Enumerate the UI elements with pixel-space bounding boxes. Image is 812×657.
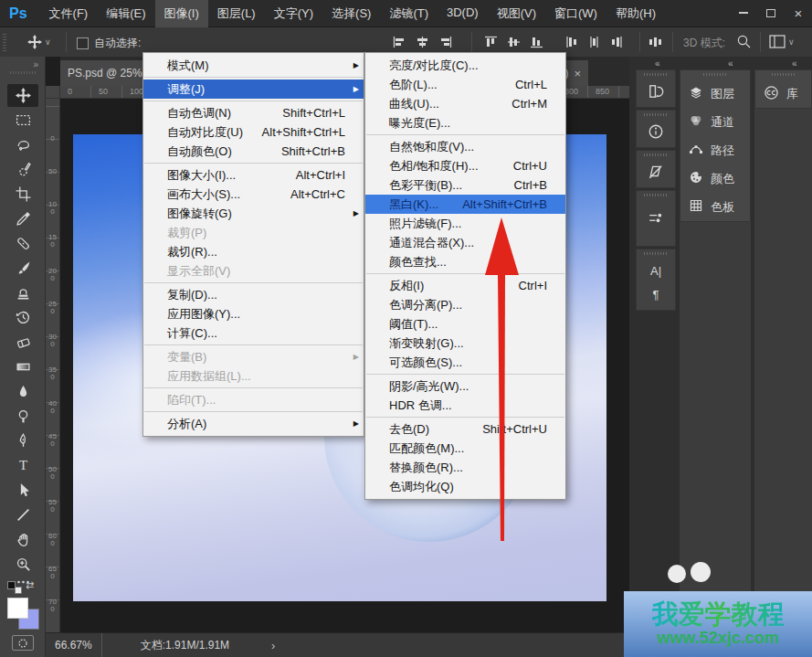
- swap-colors-icon[interactable]: ⇄: [26, 579, 34, 591]
- menu-item[interactable]: 曲线(U)... Ctrl+M: [365, 94, 565, 113]
- menu-item[interactable]: 图像旋转(G) ▶: [143, 204, 364, 223]
- menu-item[interactable]: 替换颜色(R)...: [365, 458, 565, 477]
- menu-item[interactable]: 裁剪(P): [143, 223, 364, 242]
- collapse-panels-icon[interactable]: «: [728, 58, 733, 69]
- align-vertical-centers-icon[interactable]: [507, 36, 521, 48]
- move-tool[interactable]: [7, 84, 38, 107]
- menu-item[interactable]: 去色(D) Shift+Ctrl+U: [365, 419, 565, 439]
- menu-item[interactable]: 阴影/高光(W)...: [365, 376, 565, 396]
- menubar-item[interactable]: 文件(F): [40, 0, 98, 27]
- brush-tool[interactable]: [7, 257, 38, 280]
- menu-item[interactable]: 模式(M) ▶: [143, 56, 364, 75]
- menu-item[interactable]: 色阶(L)... Ctrl+L: [365, 75, 565, 94]
- line-tool[interactable]: [7, 503, 38, 526]
- eyedropper-tool[interactable]: [7, 207, 38, 230]
- menu-item[interactable]: 色彩平衡(B)... Ctrl+B: [365, 175, 565, 195]
- menu-item[interactable]: [144, 163, 363, 164]
- menu-item[interactable]: [144, 411, 363, 412]
- menu-item[interactable]: [144, 344, 363, 345]
- menu-item[interactable]: 应用图像(Y)...: [143, 304, 364, 323]
- menu-item[interactable]: 通道混合器(X)...: [365, 233, 565, 252]
- menubar-item[interactable]: 编辑(E): [97, 0, 154, 27]
- hand-tool[interactable]: [7, 528, 38, 551]
- menu-item[interactable]: 自动色调(N) Shift+Ctrl+L: [143, 103, 364, 122]
- distribute-right-icon[interactable]: [610, 36, 624, 48]
- menu-item[interactable]: 显示全部(V): [143, 261, 364, 281]
- menu-item[interactable]: 画布大小(S)... Alt+Ctrl+C: [143, 185, 364, 204]
- align-horizontal-centers-icon[interactable]: [416, 36, 429, 48]
- zoom-tool[interactable]: [7, 553, 38, 576]
- distribute-spacing-icon[interactable]: [649, 36, 663, 48]
- menu-item[interactable]: 裁切(R)...: [143, 242, 364, 261]
- dodge-tool[interactable]: [7, 405, 38, 428]
- swatches-panel-button[interactable]: 色板: [680, 193, 750, 221]
- color-panel-button[interactable]: 颜色: [680, 164, 750, 193]
- menu-item[interactable]: [366, 134, 564, 135]
- character-panel-button[interactable]: A|: [637, 259, 675, 282]
- workspace-switcher[interactable]: ∨: [769, 35, 795, 48]
- tab-close-icon[interactable]: ×: [574, 67, 581, 80]
- expand-panel-icon[interactable]: »: [33, 59, 37, 69]
- align-top-edges-icon[interactable]: [484, 36, 498, 48]
- menu-item[interactable]: [144, 101, 363, 101]
- rectangular-marquee-tool[interactable]: [7, 109, 38, 132]
- maximize-button[interactable]: [757, 0, 785, 26]
- clone-stamp-tool[interactable]: [7, 281, 38, 304]
- collapse-panels-icon[interactable]: «: [655, 58, 660, 69]
- menu-item[interactable]: 自然饱和度(V)...: [365, 137, 565, 156]
- menu-item[interactable]: 照片滤镜(F)...: [365, 214, 565, 233]
- auto-select-option[interactable]: 自动选择:: [77, 36, 141, 51]
- auto-select-checkbox[interactable]: [77, 37, 89, 49]
- search-icon[interactable]: [736, 34, 752, 49]
- menu-item[interactable]: 应用数据组(L)...: [143, 366, 364, 386]
- paths-panel-button[interactable]: 路径: [680, 136, 750, 164]
- pen-tool[interactable]: [7, 429, 38, 452]
- status-chevron-icon[interactable]: ›: [271, 639, 275, 652]
- menubar-item[interactable]: 选择(S): [322, 0, 380, 27]
- menu-item[interactable]: 渐变映射(G)...: [365, 334, 565, 353]
- zoom-level-field[interactable]: 66.67%: [46, 633, 102, 657]
- distribute-left-icon[interactable]: [564, 36, 578, 48]
- menu-item[interactable]: 匹配颜色(M)...: [365, 439, 565, 458]
- minimize-button[interactable]: [730, 0, 757, 26]
- distribute-center-icon[interactable]: [587, 36, 601, 48]
- align-left-edges-icon[interactable]: [393, 36, 406, 48]
- layers-panel-button[interactable]: 图层: [680, 79, 750, 108]
- menu-item[interactable]: 黑白(K)... Alt+Shift+Ctrl+B: [365, 195, 565, 214]
- collapse-panels-icon[interactable]: «: [792, 58, 797, 69]
- menu-item[interactable]: [366, 374, 564, 375]
- crop-tool[interactable]: [7, 183, 38, 206]
- lasso-tool[interactable]: [7, 133, 38, 156]
- menu-item[interactable]: [144, 282, 363, 283]
- quick-selection-tool[interactable]: [7, 158, 38, 181]
- menubar-item[interactable]: 视图(V): [488, 0, 545, 27]
- gradient-tool[interactable]: [7, 355, 38, 378]
- menu-item[interactable]: 反相(I) Ctrl+I: [365, 276, 565, 295]
- menubar-item[interactable]: 3D(D): [438, 0, 488, 27]
- menu-item[interactable]: 调整(J) ▶: [143, 79, 364, 99]
- menu-item[interactable]: 陷印(T)...: [143, 390, 364, 409]
- path-selection-tool[interactable]: [7, 479, 38, 502]
- menubar-item[interactable]: 图像(I): [155, 0, 208, 27]
- menubar-item[interactable]: 滤镜(T): [380, 0, 438, 27]
- spot-healing-brush-tool[interactable]: [7, 232, 38, 255]
- menu-item[interactable]: 变量(B) ▶: [143, 347, 364, 366]
- channels-panel-button[interactable]: 通道: [680, 108, 750, 136]
- menubar-item[interactable]: 窗口(W): [545, 0, 606, 27]
- notes-panel-button[interactable]: [636, 150, 676, 188]
- blur-tool[interactable]: [7, 380, 38, 403]
- menu-item[interactable]: [144, 77, 363, 78]
- menu-item[interactable]: 自动颜色(O) Shift+Ctrl+B: [143, 142, 364, 161]
- menu-item[interactable]: HDR 色调...: [365, 396, 565, 415]
- menu-item[interactable]: [144, 387, 363, 388]
- paragraph-panel-button[interactable]: ¶: [637, 282, 675, 306]
- menu-item[interactable]: 分析(A) ▶: [143, 414, 364, 433]
- menu-item[interactable]: [366, 273, 564, 274]
- type-tool[interactable]: T: [7, 454, 38, 477]
- close-button[interactable]: ×: [785, 0, 812, 26]
- menu-item[interactable]: 自动对比度(U) Alt+Shift+Ctrl+L: [143, 122, 364, 142]
- menu-item[interactable]: 阈值(T)...: [365, 314, 565, 334]
- move-tool-option[interactable]: ∨: [27, 35, 51, 49]
- libraries-panel-button[interactable]: 库: [755, 79, 811, 108]
- menubar-item[interactable]: 帮助(H): [606, 0, 665, 27]
